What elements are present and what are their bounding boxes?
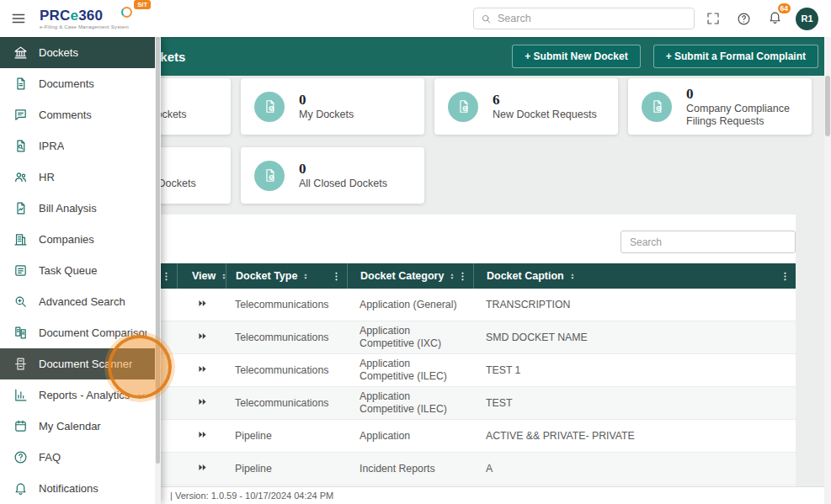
companies-icon bbox=[13, 232, 28, 247]
sidebar-item-comments[interactable]: Comments bbox=[0, 99, 155, 130]
card-count: 0 bbox=[686, 86, 802, 102]
card-icon-circle bbox=[642, 92, 672, 122]
notifications-bell[interactable]: 64 bbox=[768, 10, 782, 28]
sidebar-item-notifications[interactable]: Notifications bbox=[0, 473, 155, 504]
sort-icon[interactable] bbox=[220, 271, 228, 282]
column-header-docket-category[interactable]: Docket Category bbox=[347, 263, 473, 289]
sidebar-item-document-comparison[interactable]: Document Comparison bbox=[0, 317, 155, 348]
summary-cards-row-1: All Open Dockets 0 My Dockets 6 New Dock… bbox=[47, 78, 812, 135]
kebab-icon[interactable] bbox=[331, 271, 342, 282]
kebab-icon[interactable] bbox=[780, 271, 791, 282]
sidebar-item-label: Companies bbox=[39, 233, 94, 246]
column-header-docket-caption[interactable]: Docket Caption bbox=[473, 263, 796, 289]
environment-badge: SIT bbox=[134, 0, 151, 9]
app-logo[interactable]: PRCe360 e-Filing & Case Management Syste… bbox=[40, 8, 129, 29]
docket-file-icon bbox=[455, 98, 471, 114]
docket-caption-cell: SMD DOCKET NAME bbox=[473, 332, 796, 344]
kebab-icon[interactable] bbox=[457, 271, 468, 282]
logo-tagline: e-Filing & Case Management System bbox=[40, 24, 129, 29]
sort-icon[interactable] bbox=[448, 271, 456, 282]
docket-caption-cell: TEST 1 bbox=[473, 364, 796, 377]
view-docket-button[interactable] bbox=[197, 331, 208, 342]
sidebar-item-ipra[interactable]: IPRA bbox=[0, 130, 155, 162]
sidebar-item-label: Task Queue bbox=[39, 264, 97, 277]
column-header-docket-type[interactable]: Docket Type bbox=[226, 263, 347, 289]
sidebar-item-reports-analytics[interactable]: Reports - Analytics bbox=[0, 379, 155, 411]
docket-type-cell: Telecommunications bbox=[226, 397, 347, 410]
sidebar-item-my-calendar[interactable]: My Calendar bbox=[0, 411, 155, 442]
submit-new-docket-button[interactable]: + Submit New Docket bbox=[512, 45, 640, 68]
page-actions: + Submit New Docket + Submit a Formal Co… bbox=[512, 45, 818, 68]
sort-icon[interactable] bbox=[568, 271, 577, 282]
notification-count-badge: 64 bbox=[778, 3, 791, 14]
sidebar-item-dockets[interactable]: Dockets bbox=[0, 37, 155, 68]
sidebar-item-label: My Calendar bbox=[39, 420, 101, 432]
task-queue-icon bbox=[13, 263, 28, 278]
page-scrollbar[interactable] bbox=[824, 37, 831, 504]
sidebar-item-task-queue[interactable]: Task Queue bbox=[0, 255, 155, 286]
view-docket-button[interactable] bbox=[197, 363, 208, 374]
view-docket-button[interactable] bbox=[197, 396, 208, 407]
page-scrollbar-thumb[interactable] bbox=[825, 76, 830, 136]
docket-caption-cell: A bbox=[473, 463, 796, 475]
advanced-search-icon bbox=[13, 294, 28, 309]
card-company-compliance-filings-requests[interactable]: 0 Company Compliance Filings Requests bbox=[628, 78, 812, 135]
sidebar-scrollbar-thumb[interactable] bbox=[156, 37, 160, 464]
card-label: All Closed Dockets bbox=[299, 178, 387, 189]
sidebar-item-hr[interactable]: HR bbox=[0, 162, 155, 193]
sidebar-item-documents[interactable]: Documents bbox=[0, 68, 155, 99]
menu-icon[interactable] bbox=[10, 11, 27, 26]
card-icon-circle bbox=[254, 161, 285, 191]
card-label: New Docket Requests bbox=[493, 109, 597, 120]
sidebar-scrollbar[interactable] bbox=[155, 37, 161, 504]
docket-category-cell: Application (General) bbox=[347, 299, 473, 311]
logo-360: 360 bbox=[78, 8, 103, 24]
docket-file-icon bbox=[262, 167, 278, 183]
sort-icon[interactable] bbox=[301, 271, 310, 282]
docket-category-cell: Application Competitive (IXC) bbox=[347, 325, 473, 350]
app-page: Dockets + Submit New Docket + Submit a F… bbox=[0, 0, 831, 504]
chevron-down-icon bbox=[136, 390, 146, 401]
docket-category-cell: Application bbox=[347, 430, 473, 443]
sidebar-item-label: Notifications bbox=[39, 482, 99, 495]
kebab-icon[interactable] bbox=[161, 271, 172, 282]
submit-formal-complaint-button[interactable]: + Submit a Formal Complaint bbox=[653, 45, 818, 68]
card-all-closed-dockets[interactable]: 0 All Closed Dockets bbox=[241, 147, 424, 204]
view-docket-button[interactable] bbox=[197, 429, 208, 440]
ipra-icon bbox=[13, 139, 28, 153]
docket-type-cell: Pipeline bbox=[226, 430, 347, 443]
docket-file-icon bbox=[262, 98, 278, 114]
sidebar-item-faq[interactable]: FAQ bbox=[0, 442, 155, 473]
table-search-input[interactable] bbox=[621, 231, 796, 253]
card-new-docket-requests[interactable]: 6 New Docket Requests bbox=[434, 78, 618, 135]
sidebar-item-document-scanner[interactable]: Document Scanner bbox=[0, 348, 155, 379]
card-count: 0 bbox=[299, 161, 387, 177]
logo-e: e bbox=[71, 8, 79, 24]
view-docket-button[interactable] bbox=[197, 298, 208, 309]
card-icon-circle bbox=[448, 92, 478, 122]
reports-analytics-icon bbox=[13, 388, 28, 402]
global-search bbox=[473, 8, 695, 29]
docket-caption-cell: ACTIVE && PRIVATE- PRIVATE bbox=[473, 430, 796, 443]
comments-icon bbox=[13, 108, 28, 122]
docket-type-cell: Pipeline bbox=[226, 463, 347, 475]
document-comparison-icon bbox=[13, 326, 28, 340]
global-search-input[interactable] bbox=[498, 13, 687, 24]
docket-category-cell: Application Competitive (ILEC) bbox=[347, 358, 473, 383]
column-header-view[interactable]: View bbox=[177, 263, 226, 289]
view-docket-button[interactable] bbox=[197, 462, 208, 473]
fullscreen-icon[interactable] bbox=[706, 12, 720, 25]
help-icon[interactable] bbox=[737, 12, 751, 26]
docket-caption-cell: TRANSCRIPTION bbox=[473, 299, 796, 311]
sidebar-item-bill-analysis[interactable]: Bill Analysis bbox=[0, 193, 155, 224]
dockets-icon bbox=[13, 45, 28, 60]
user-avatar[interactable]: R1 bbox=[796, 8, 818, 30]
sidebar: Dockets Documents Comments IPRA HR bbox=[0, 37, 161, 504]
search-icon bbox=[481, 13, 492, 24]
docket-category-cell: Application Competitive (ILEC) bbox=[347, 390, 473, 416]
sidebar-item-companies[interactable]: Companies bbox=[0, 224, 155, 255]
card-my-dockets[interactable]: 0 My Dockets bbox=[241, 78, 424, 135]
logo-swirl-icon bbox=[121, 7, 132, 18]
sidebar-item-label: FAQ bbox=[39, 451, 61, 464]
sidebar-item-advanced-search[interactable]: Advanced Search bbox=[0, 286, 155, 317]
